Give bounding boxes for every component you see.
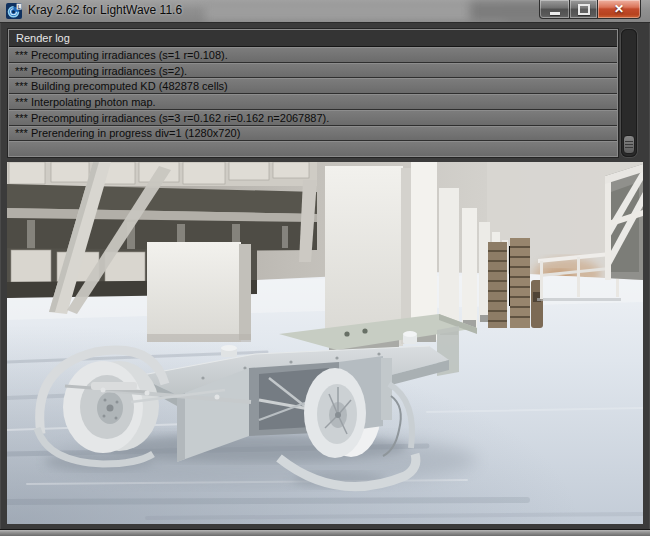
minimize-button[interactable] xyxy=(539,0,570,19)
render-log-header: Render log xyxy=(9,30,617,47)
maximize-button[interactable] xyxy=(570,0,598,19)
log-row-empty xyxy=(9,141,617,156)
window-bottom-frame xyxy=(0,529,650,536)
log-row[interactable]: *** Interpolating photon map. xyxy=(9,94,617,110)
app-icon[interactable]: L xyxy=(6,3,22,19)
maximize-icon xyxy=(578,4,590,15)
scrollbar-thumb[interactable] xyxy=(623,135,635,154)
window-controls: ✕ xyxy=(539,0,641,18)
log-row[interactable]: *** Precomputing irradiances (s=1 r=0.10… xyxy=(9,47,617,63)
log-row[interactable]: *** Prerendering in progress div=1 (1280… xyxy=(9,126,617,142)
titlebar-glass-highlight xyxy=(205,3,505,21)
window-title: Kray 2.62 for LightWave 11.6 xyxy=(28,3,182,17)
kray-window: L Kray 2.62 for LightWave 11.6 ✕ Render … xyxy=(0,0,650,536)
render-preview-image xyxy=(7,162,643,524)
log-row[interactable]: *** Building precomputed KD (482878 cell… xyxy=(9,78,617,94)
minimize-icon xyxy=(550,12,560,15)
log-scrollbar[interactable] xyxy=(621,29,637,157)
log-row[interactable]: *** Precomputing irradiances (s=3 r=0.16… xyxy=(9,110,617,126)
log-row[interactable]: *** Precomputing irradiances (s=2). xyxy=(9,63,617,79)
close-icon: ✕ xyxy=(614,1,624,17)
titlebar[interactable]: L Kray 2.62 for LightWave 11.6 ✕ xyxy=(0,0,650,23)
scrollbar-grip-icon xyxy=(625,141,633,149)
render-viewport xyxy=(7,162,643,524)
render-log-panel: Render log *** Precomputing irradiances … xyxy=(8,29,618,157)
close-button[interactable]: ✕ xyxy=(598,0,641,19)
